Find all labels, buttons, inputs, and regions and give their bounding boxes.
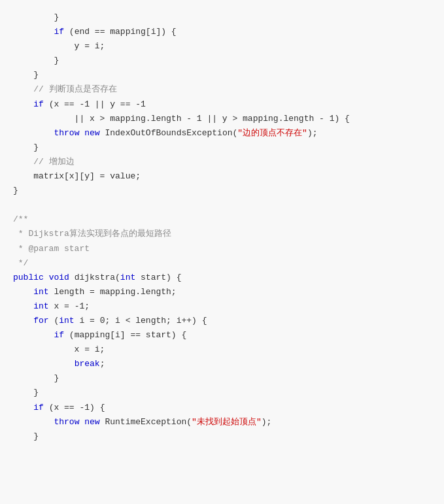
code-line: } <box>13 54 431 68</box>
code-line: throw new RuntimeException("未找到起始顶点"); <box>13 415 431 429</box>
code-line: int x = -1; <box>13 299 431 314</box>
code-line: for (int i = 0; i < length; i++) { <box>13 314 431 328</box>
code-container: } if (end == mapping[i]) { y = i; } } //… <box>0 0 444 504</box>
code-line: break; <box>13 357 431 371</box>
code-block: } if (end == mapping[i]) { y = i; } } //… <box>13 10 431 444</box>
code-line: } <box>13 371 431 386</box>
code-line: } <box>13 68 431 82</box>
code-line: } <box>13 10 431 25</box>
code-line: } <box>13 429 431 444</box>
code-line: throw new IndexOutOfBoundsException("边的顶… <box>13 126 431 141</box>
code-line: // 增加边 <box>13 155 431 169</box>
code-line: int length = mapping.length; <box>13 285 431 299</box>
code-line: || x > mapping.length - 1 || y > mapping… <box>13 112 431 126</box>
code-line: matrix[x][y] = value; <box>13 169 431 184</box>
code-line: // 判断顶点是否存在 <box>13 82 431 97</box>
code-line: if (end == mapping[i]) { <box>13 25 431 39</box>
code-line: public void dijkstra(int start) { <box>13 271 431 285</box>
code-line: } <box>13 386 431 400</box>
code-line: if (mapping[i] == start) { <box>13 328 431 343</box>
code-line: */ <box>13 256 431 271</box>
code-line <box>13 198 431 212</box>
code-line: x = i; <box>13 343 431 357</box>
code-line: } <box>13 184 431 198</box>
code-line: * Dijkstra算法实现到各点的最短路径 <box>13 227 431 241</box>
code-line: /** <box>13 212 431 227</box>
code-line: if (x == -1 || y == -1 <box>13 97 431 112</box>
code-line: if (x == -1) { <box>13 401 431 415</box>
code-line: } <box>13 141 431 155</box>
code-line: y = i; <box>13 39 431 54</box>
code-line: * @param start <box>13 242 431 256</box>
